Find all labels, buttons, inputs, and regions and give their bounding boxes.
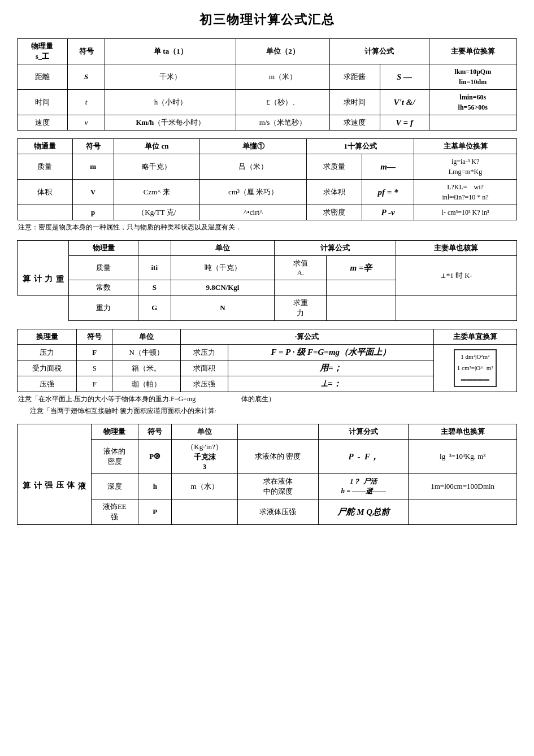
col-header-formula: 1十算公式 <box>307 139 414 154</box>
physical-name: 深度 <box>91 474 138 499</box>
formula: S — <box>380 64 429 90</box>
section-mass-density: 物通量 符号 单位 cn 单懂① 1十算公式 主基单位换算 质量 m 略千克） … <box>17 138 517 232</box>
col-header-unit2: 单位（2） <box>236 39 329 64</box>
conversion: 1m=l00cm=100Dmin <box>409 474 517 499</box>
col-header-symbol: 符号 <box>77 329 112 345</box>
symbol: P <box>138 499 172 525</box>
formula-label: 求时间 <box>329 90 380 115</box>
table-row: 时间 t h（小时） £（秒）、 求时间 V't &/ lmin=60slh=5… <box>18 90 517 115</box>
symbol: F <box>77 345 112 360</box>
formula-label: 求值A. <box>275 256 327 280</box>
col-header-unit: 单位 <box>172 424 237 440</box>
col-header-conversion: 主基单位换算 <box>414 139 517 154</box>
unit: 珈（帕） <box>112 376 180 392</box>
unit: 箱（米。 <box>112 360 180 376</box>
symbol: h <box>138 474 172 499</box>
table-row: 重力 G N 求重力 <box>18 296 517 321</box>
pressure-note2: 注意「当两于翅饰相互接融时·箧力面积应谨用面积小的来计算· <box>18 406 516 416</box>
pressure-note1: 注意「在水平面上.压力的大小等于物体本身的重力.F=G=mg 体的底生） <box>18 394 516 404</box>
unit1: Km/h（千米每小时） <box>105 115 236 131</box>
col-header-unit: 单位 <box>112 329 180 345</box>
symbol: S <box>77 360 112 376</box>
unit: N（牛顿） <box>112 345 180 360</box>
formula: V't &/ <box>380 90 429 115</box>
physical-name: 受力面税 <box>18 360 77 376</box>
section-pressure: 换理量 符号 单位 ·算公式 主委单宜换算 压力 F N（牛顿） 求压力 F =… <box>17 329 517 416</box>
physical-name: 速度 <box>18 115 68 131</box>
page-title: 初三物理计算公式汇总 <box>17 11 517 28</box>
col-header-formula: 计算公式 <box>275 241 396 256</box>
unit2: m（米） <box>236 64 329 90</box>
formula-label: 求面积 <box>180 360 228 376</box>
formula-label: 求密度 <box>307 205 362 220</box>
unit2: cm³（厘 米巧） <box>199 180 307 205</box>
physical-name: 常数 <box>69 280 138 296</box>
conversion: l- cm³=10³ K? in³ <box>414 205 517 220</box>
formula <box>327 280 396 296</box>
physical-name: 时间 <box>18 90 68 115</box>
col-header-formula: ·算公式 <box>180 329 433 345</box>
table-row: 压力 F N（牛顿） 求压力 F = P · 级 F=G=mg（水平面上） 1 … <box>18 345 517 360</box>
liquid-pressure-table: 液体压强计算 物理量 符号 单位 计算分式 主碧单也换算 液体的密度 P⑩ （K… <box>17 424 517 525</box>
unit: N <box>171 296 275 321</box>
formula-label <box>275 280 327 296</box>
formula: ⊥=： <box>228 376 434 392</box>
physical-name <box>18 205 73 220</box>
formula-label: 求距酱 <box>329 64 380 90</box>
conversion: lmin=60slh=56>00s <box>429 90 516 115</box>
col-header-physical: 物理量s_工 <box>18 39 68 64</box>
physical-name: 距離 <box>18 64 68 90</box>
gravity-table: 重力计算 物理量 单位 计算公式 主妻单也核算 质量 iti 吨（千克） 求值A… <box>17 240 517 321</box>
conversion: ⊥*1 时 K- <box>396 256 516 296</box>
formula-label: 求体积 <box>307 180 362 205</box>
section-speed: 物理量s_工 符号 单 ta（1） 单位（2） 计算公式 主要单位换算 距離 S… <box>17 38 517 131</box>
table-row: 液体的密度 P⑩ （Kg·'in?）千克沫3 求液体的 密度 P - F， lg… <box>18 440 517 474</box>
symbol: p <box>72 205 114 220</box>
col-header-find <box>237 424 318 440</box>
conversion: L?KL= wi?inl=€in?=10 * n? <box>414 180 517 205</box>
col-header-unit: 单位 <box>171 241 275 256</box>
conversion <box>429 115 516 131</box>
physical-name: 体积 <box>18 180 73 205</box>
formula-label: 求重力 <box>275 296 327 321</box>
col-header-symbol: 符号 <box>67 39 105 64</box>
conversion: ig=ia-³ K?Lmg=m*Kg <box>414 154 517 180</box>
table-row: 速度 v Km/h（千米每小时） m/s（米笔秒） 求速度 V = f <box>18 115 517 131</box>
spacer <box>18 296 69 321</box>
formula-label: 求液体压强 <box>237 499 318 525</box>
formula-label: 求质量 <box>307 154 362 180</box>
unit: m（水） <box>172 474 237 499</box>
unit: 9.8CN/Kgl <box>171 280 275 296</box>
formula-label: 求液体的 密度 <box>237 440 318 474</box>
unit1: Czm^ 来 <box>114 180 199 205</box>
symbol: iti <box>138 256 171 280</box>
formula-label: 求速度 <box>329 115 380 131</box>
section-gravity: 重力计算 物理量 单位 计算公式 主妻单也核算 质量 iti 吨（千克） 求值A… <box>17 240 517 321</box>
formula: P - F， <box>319 440 409 474</box>
col-header-unit1: 单位 cn <box>114 139 199 154</box>
unit2: £（秒）、 <box>236 90 329 115</box>
conversion <box>409 499 517 525</box>
formula <box>327 296 396 321</box>
formula-label: 求压强 <box>180 376 228 392</box>
symbol: m <box>72 154 114 180</box>
unit2: ^•cirt^ <box>199 205 307 220</box>
unit1: （Kg/TT 克/ <box>114 205 199 220</box>
formula: 尸舵 M Q总前 <box>319 499 409 525</box>
section2-note: 注意：密度是物质本身的一种属性，只与物质的种类和状态以及温度有关． <box>18 223 516 232</box>
col-header-unit2: 单懂① <box>199 139 307 154</box>
physical-name: 质量 <box>18 154 73 180</box>
table-row: 质量 m 略千克） 吕（米） 求质量 m— ig=ia-³ K?Lmg=m*Kg <box>18 154 517 180</box>
col-header-conversion: 主委单宜换算 <box>433 329 516 345</box>
formula: F = P · 级 F=G=mg（水平面上） <box>228 345 434 360</box>
col-header-conversion: 主碧单也换算 <box>409 424 517 440</box>
table-row: 深度 h m（水） 求在液体中的深度 1？ 尸活h = ——逝—— 1m=l00… <box>18 474 517 499</box>
table-row: 体积 V Czm^ 来 cm³（厘 米巧） 求体积 pf = * L?KL= w… <box>18 180 517 205</box>
symbol: v <box>67 115 105 131</box>
formula: V = f <box>380 115 429 131</box>
physical-name: 液体的密度 <box>91 440 138 474</box>
symbol: t <box>67 90 105 115</box>
col-header-conversion: 主要单位换算 <box>429 39 516 64</box>
physical-name: 液饰EE强 <box>91 499 138 525</box>
col-header-conversion: 主妻单也核算 <box>396 241 516 256</box>
